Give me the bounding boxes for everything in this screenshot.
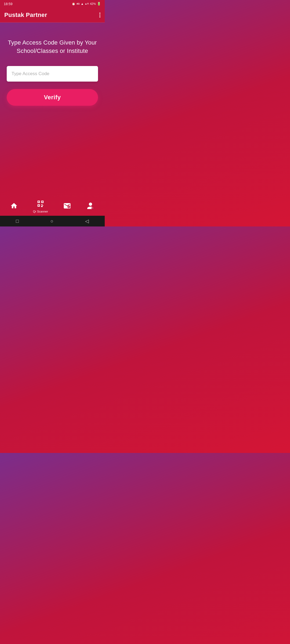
nav-item-home[interactable] — [10, 202, 18, 211]
nav-item-qr-scanner[interactable]: Qr Scanner — [33, 200, 48, 213]
profile-settings-icon — [86, 202, 95, 211]
recent-apps-button[interactable]: □ — [16, 218, 19, 224]
bottom-navigation: Qr Scanner — [0, 197, 105, 216]
access-code-input[interactable] — [7, 66, 98, 82]
app-title: Pustak Partner — [4, 12, 47, 19]
nav-item-contact[interactable] — [63, 202, 71, 211]
signal-r-icon: ▲R — [85, 2, 89, 5]
more-options-button[interactable] — [99, 13, 100, 17]
signal-bars-icon: ▲ — [81, 2, 84, 5]
home-icon — [10, 202, 18, 211]
main-content: Type Access Code Given by Your School/Cl… — [0, 23, 105, 111]
status-time: 18:59 — [4, 2, 13, 6]
back-button[interactable]: ◁ — [85, 218, 89, 224]
battery-percentage: 42% — [90, 2, 96, 5]
qr-scanner-label: Qr Scanner — [33, 210, 48, 213]
instruction-text: Type Access Code Given by Your School/Cl… — [6, 39, 98, 55]
status-icons: ⏰ 4G ▲ ▲R 42% 🔋 — [72, 2, 101, 6]
battery-icon: 🔋 — [97, 2, 101, 6]
app-bar: Pustak Partner — [0, 8, 105, 23]
nav-item-profile-settings[interactable] — [86, 202, 95, 211]
signal-4g-icon: 4G — [77, 2, 80, 5]
system-nav-bar: □ ○ ◁ — [0, 216, 105, 226]
home-button[interactable]: ○ — [50, 218, 53, 224]
alarm-icon: ⏰ — [72, 2, 75, 6]
verify-button[interactable]: Verify — [7, 89, 98, 106]
qr-scanner-icon — [37, 200, 45, 209]
contact-icon — [63, 202, 71, 211]
status-bar: 18:59 ⏰ 4G ▲ ▲R 42% 🔋 — [0, 0, 105, 8]
